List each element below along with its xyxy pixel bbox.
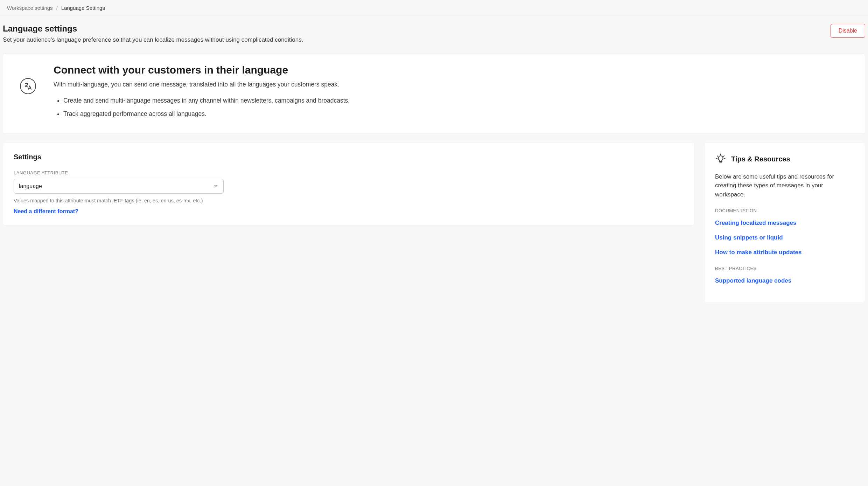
page-title: Language settings [3, 24, 303, 34]
doc-link-snippets-liquid[interactable]: Using snippets or liquid [715, 234, 854, 241]
settings-heading: Settings [14, 153, 684, 161]
tips-card: Tips & Resources Below are some useful t… [704, 142, 865, 303]
breadcrumb-current: Language Settings [61, 5, 105, 11]
breadcrumb: Workspace settings / Language Settings [0, 0, 868, 16]
attribute-help-text: Values mapped to this attribute must mat… [14, 198, 684, 203]
different-format-link[interactable]: Need a different format? [14, 208, 78, 215]
page-header: Language settings Set your audience's la… [3, 16, 865, 53]
best-link-language-codes[interactable]: Supported language codes [715, 277, 854, 284]
ietf-tags-link[interactable]: IETF tags [112, 198, 134, 203]
disable-button[interactable]: Disable [831, 24, 865, 38]
intro-bullet-list: Create and send multi-language messages … [54, 96, 350, 119]
tips-title: Tips & Resources [731, 155, 790, 163]
best-practices-label: BEST PRACTICES [715, 266, 854, 271]
intro-card: Connect with your customers in their lan… [3, 53, 865, 134]
settings-card: Settings LANGUAGE ATTRIBUTE language Val… [3, 142, 694, 225]
doc-link-attribute-updates[interactable]: How to make attribute updates [715, 249, 854, 256]
translate-icon [20, 78, 36, 94]
language-attribute-select[interactable]: language [14, 179, 224, 194]
tips-description: Below are some useful tips and resources… [715, 172, 854, 199]
documentation-label: DOCUMENTATION [715, 208, 854, 213]
svg-line-1 [717, 156, 718, 157]
intro-bullet: Create and send multi-language messages … [63, 96, 350, 105]
breadcrumb-separator: / [56, 5, 58, 11]
svg-line-2 [723, 156, 724, 157]
lightbulb-icon [715, 153, 726, 165]
breadcrumb-parent-link[interactable]: Workspace settings [7, 5, 53, 11]
intro-bullet: Track aggregated performance across all … [63, 109, 350, 118]
language-attribute-label: LANGUAGE ATTRIBUTE [14, 170, 684, 175]
intro-description: With multi-language, you can send one me… [54, 81, 350, 88]
intro-heading: Connect with your customers in their lan… [54, 64, 350, 76]
page-subtitle: Set your audience's language preference … [3, 36, 303, 43]
doc-link-localized-messages[interactable]: Creating localized messages [715, 220, 854, 227]
